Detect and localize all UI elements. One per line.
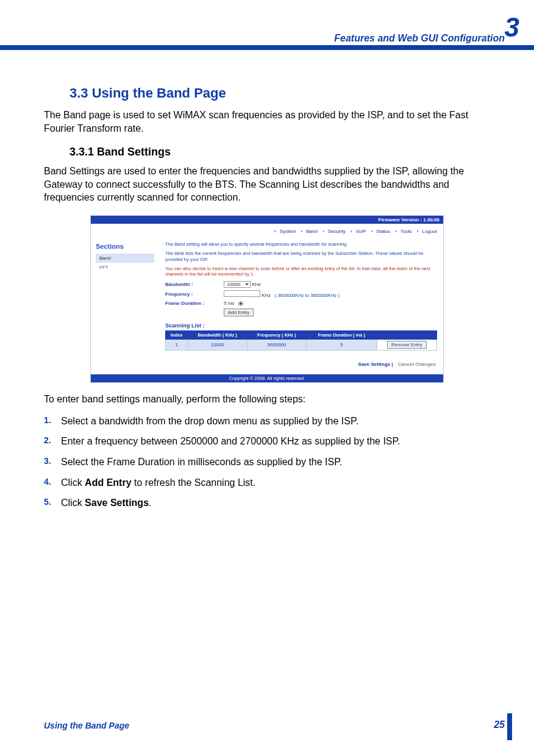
save-settings-button[interactable]: Save Settings bbox=[358, 362, 390, 367]
content-area: 3.3 Using the Band Page The Band page is… bbox=[44, 85, 490, 517]
page-header: 3 Features and Web GUI Configuration bbox=[0, 33, 534, 50]
frequency-unit: KHz bbox=[262, 293, 271, 298]
footer-decor-bar bbox=[507, 713, 512, 740]
bandwidth-row: Bandwidth : 10000 KHz bbox=[165, 281, 437, 288]
nav-status[interactable]: Status bbox=[376, 229, 390, 234]
nav-bullet: › bbox=[322, 229, 324, 234]
page-footer: Using the Band Page 25 bbox=[44, 719, 505, 730]
th-index: Index bbox=[166, 330, 188, 339]
step-number: 5. bbox=[44, 496, 61, 510]
remove-entry-button[interactable]: Remove Entry bbox=[387, 341, 427, 349]
frame-duration-radio[interactable] bbox=[238, 301, 243, 306]
step-number: 1. bbox=[44, 415, 61, 428]
section-3-3-1-para: Band Settings are used to enter the freq… bbox=[44, 165, 490, 204]
th-action bbox=[377, 330, 436, 339]
scanning-list-title: Scanning List : bbox=[165, 323, 437, 329]
bandwidth-select[interactable]: 10000 bbox=[224, 281, 251, 288]
sidebar: Sections Band FFT bbox=[91, 239, 159, 374]
frame-duration-label: Frame Duration : bbox=[165, 301, 224, 306]
action-separator: | bbox=[391, 362, 394, 367]
section-3-3-para: The Band page is used to set WiMAX scan … bbox=[44, 109, 490, 135]
step-bold: Add Entry bbox=[85, 477, 131, 488]
document-page: 3 Features and Web GUI Configuration 3.3… bbox=[0, 0, 534, 756]
nav-security[interactable]: Security bbox=[328, 229, 346, 234]
frequency-range: ( 3600000KHz to 3800000KHz ) bbox=[275, 293, 340, 298]
nav-voip[interactable]: VoIP bbox=[356, 229, 366, 234]
footer-section-title: Using the Band Page bbox=[44, 721, 129, 730]
header-rule bbox=[0, 45, 534, 50]
section-heading-3-3: 3.3 Using the Band Page bbox=[69, 85, 490, 101]
cancel-changes-button[interactable]: Cancel Changes bbox=[398, 362, 436, 367]
sidebar-item-fft[interactable]: FFT bbox=[96, 263, 154, 272]
nav-band[interactable]: Band bbox=[306, 229, 318, 234]
nav-bullet: › bbox=[395, 229, 397, 234]
td-frequency: 3650000 bbox=[247, 339, 306, 350]
td-index: 1 bbox=[166, 339, 188, 350]
list-item: 2. Enter a frequency between 2500000 and… bbox=[44, 435, 490, 448]
frequency-input[interactable] bbox=[224, 290, 260, 297]
nav-bullet: › bbox=[274, 229, 276, 234]
screenshot-body: Sections Band FFT The Band setting will … bbox=[91, 239, 443, 374]
nav-bullet: › bbox=[371, 229, 373, 234]
step-text: Click Save Settings. bbox=[61, 496, 152, 510]
bandwidth-label: Bandwidth : bbox=[165, 282, 224, 287]
frequency-label: Frequency : bbox=[165, 291, 224, 297]
action-bar: Save Settings | Cancel Changes bbox=[166, 362, 436, 367]
top-nav: ›System ›Band ›Security ›VoIP ›Status ›T… bbox=[91, 224, 443, 239]
intro-text-2: The table lists the current frequencies … bbox=[165, 251, 437, 262]
list-item: 1. Select a bandwidth from the drop down… bbox=[44, 415, 490, 428]
step-text: Select a bandwidth from the drop down me… bbox=[61, 415, 358, 428]
th-frame-duration: Frame Duration ( ms ) bbox=[306, 330, 377, 339]
nav-bullet: › bbox=[417, 229, 419, 234]
sidebar-title: Sections bbox=[96, 243, 154, 250]
list-item: 4. Click Add Entry to refresh the Scanni… bbox=[44, 476, 490, 490]
frequency-row: Frequency : KHz ( 3600000KHz to 3800000K… bbox=[165, 290, 437, 298]
step-number: 2. bbox=[44, 435, 61, 448]
screenshot-figure: Firmware Version : 1.00.06 ›System ›Band… bbox=[90, 215, 444, 383]
intro-text-3: You can also decide to insert a new chan… bbox=[165, 266, 437, 277]
chapter-title: Features and Web GUI Configuration bbox=[0, 33, 534, 44]
list-item: 3. Select the Frame Duration in millisec… bbox=[44, 455, 490, 469]
sidebar-item-band[interactable]: Band bbox=[96, 254, 154, 263]
add-entry-button[interactable]: Add Entry bbox=[224, 308, 254, 316]
firmware-bar: Firmware Version : 1.00.06 bbox=[91, 216, 443, 224]
table-row: 1 10000 3650000 5 Remove Entry bbox=[166, 339, 437, 350]
table-header-row: Index Bandwidth ( KHz ) Frequency ( KHz … bbox=[166, 330, 437, 339]
nav-logout[interactable]: Logout bbox=[422, 229, 437, 234]
frame-duration-row: Frame Duration : 5 ms bbox=[165, 301, 437, 306]
th-frequency: Frequency ( KHz ) bbox=[247, 330, 306, 339]
bandwidth-unit: KHz bbox=[252, 282, 261, 287]
frame-duration-value: 5 ms bbox=[224, 301, 234, 306]
td-bandwidth: 10000 bbox=[188, 339, 247, 350]
step-text: Enter a frequency between 2500000 and 27… bbox=[61, 435, 400, 448]
step-bold: Save Settings bbox=[85, 497, 149, 508]
step-number: 4. bbox=[44, 476, 61, 490]
nav-bullet: › bbox=[351, 229, 352, 234]
step-number: 3. bbox=[44, 455, 61, 469]
steps-intro: To enter band settings manually, perform… bbox=[44, 394, 490, 405]
page-number: 25 bbox=[494, 719, 505, 730]
chapter-number: 3 bbox=[505, 12, 519, 43]
scanning-list-table: Index Bandwidth ( KHz ) Frequency ( KHz … bbox=[165, 330, 437, 351]
nav-tools[interactable]: Tools bbox=[400, 229, 412, 234]
step-text: Select the Frame Duration in millisecond… bbox=[61, 455, 342, 469]
intro-text-1: The Band setting will allow you to speci… bbox=[165, 241, 437, 247]
nav-bullet: › bbox=[301, 229, 303, 234]
screenshot-main: The Band setting will allow you to speci… bbox=[159, 239, 443, 374]
nav-system[interactable]: System bbox=[280, 229, 296, 234]
td-action: Remove Entry bbox=[377, 339, 436, 350]
screenshot-footer: Copyright © 2008. All rights reserved. bbox=[91, 374, 443, 382]
th-bandwidth: Bandwidth ( KHz ) bbox=[188, 330, 247, 339]
list-item: 5. Click Save Settings. bbox=[44, 496, 490, 510]
steps-list: 1. Select a bandwidth from the drop down… bbox=[44, 415, 490, 510]
td-frame-duration: 5 bbox=[306, 339, 377, 350]
step-text: Click Add Entry to refresh the Scanning … bbox=[61, 476, 255, 490]
section-heading-3-3-1: 3.3.1 Band Settings bbox=[69, 146, 490, 159]
add-entry-row: Add Entry bbox=[165, 308, 437, 316]
